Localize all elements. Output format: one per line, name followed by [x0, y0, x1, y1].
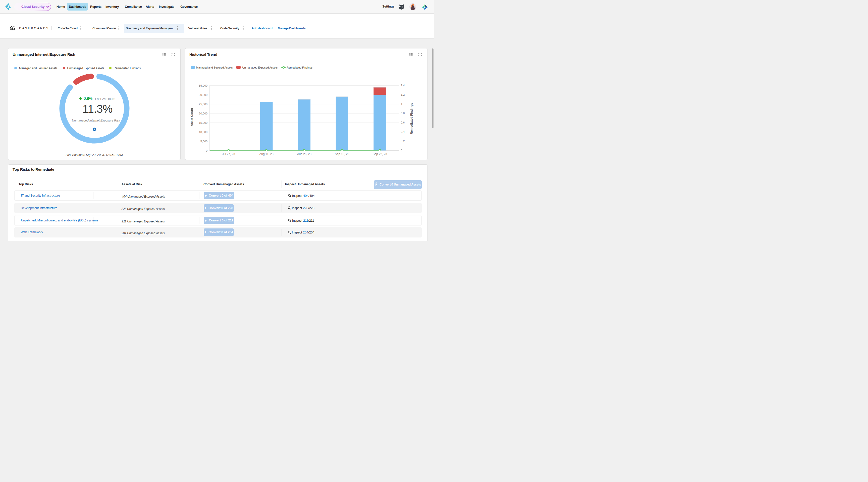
svg-text:10,000: 10,000	[199, 130, 208, 133]
svg-text:20,000: 20,000	[199, 112, 208, 115]
svg-text:Asset Count: Asset Count	[190, 108, 194, 126]
svg-text:0.8: 0.8	[401, 111, 405, 115]
svg-text:Jul 27, 23: Jul 27, 23	[222, 152, 235, 156]
svg-text:0: 0	[401, 149, 402, 152]
svg-text:Remediated Findings: Remediated Findings	[410, 103, 413, 134]
svg-text:Sep 22, 23: Sep 22, 23	[373, 152, 387, 156]
svg-text:Aug 11, 23: Aug 11, 23	[259, 152, 274, 156]
svg-text:1: 1	[401, 102, 402, 105]
svg-text:Sep 10, 23: Sep 10, 23	[335, 152, 349, 156]
svg-text:15,000: 15,000	[199, 121, 208, 124]
svg-text:i: i	[94, 128, 95, 131]
svg-text:0.2: 0.2	[401, 139, 405, 142]
svg-text:0: 0	[206, 149, 208, 152]
svg-text:30,000: 30,000	[199, 93, 208, 96]
svg-text:1.4: 1.4	[401, 84, 405, 87]
svg-text:5,000: 5,000	[200, 139, 208, 142]
svg-text:35,000: 35,000	[199, 84, 208, 87]
svg-text:25,000: 25,000	[199, 102, 208, 105]
svg-text:0.6: 0.6	[401, 121, 405, 124]
svg-text:1.2: 1.2	[401, 93, 405, 96]
svg-text:Aug 26, 23: Aug 26, 23	[297, 152, 311, 156]
svg-text:0.4: 0.4	[401, 130, 405, 133]
